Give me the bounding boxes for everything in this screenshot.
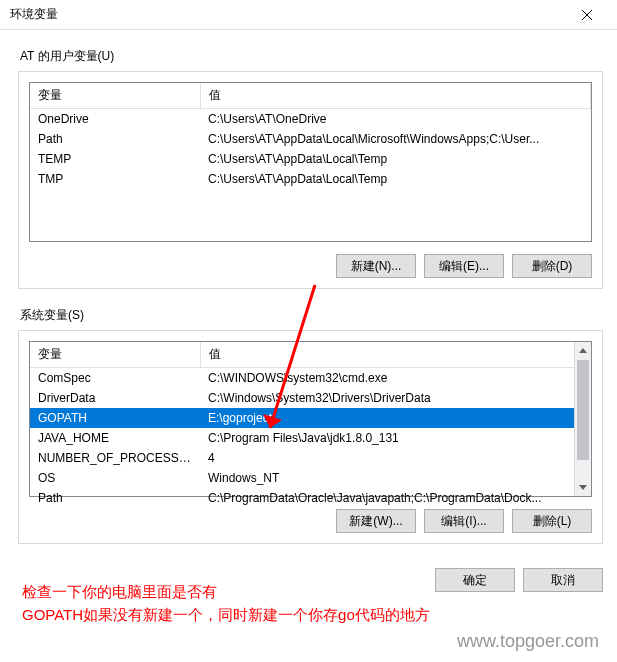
cell-value: 4 (200, 448, 591, 468)
table-row[interactable]: GOPATHE:\goproject (30, 408, 591, 428)
cell-variable: Path (30, 129, 200, 149)
close-button[interactable] (567, 1, 607, 29)
cell-value: Windows_NT (200, 468, 591, 488)
user-edit-button[interactable]: 编辑(E)... (424, 254, 504, 278)
user-header-variable[interactable]: 变量 (30, 83, 200, 109)
table-row[interactable]: NUMBER_OF_PROCESSORS4 (30, 448, 591, 468)
system-new-button[interactable]: 新建(W)... (336, 509, 416, 533)
user-vars-label: AT 的用户变量(U) (20, 48, 603, 65)
dialog-title: 环境变量 (10, 6, 567, 23)
ok-button[interactable]: 确定 (435, 568, 515, 592)
user-button-row: 新建(N)... 编辑(E)... 删除(D) (29, 254, 592, 278)
user-new-button[interactable]: 新建(N)... (336, 254, 416, 278)
cell-variable: OneDrive (30, 109, 200, 130)
cell-value: E:\goproject (200, 408, 591, 428)
sys-header-value[interactable]: 值 (200, 342, 591, 368)
table-row[interactable]: TEMPC:\Users\AT\AppData\Local\Temp (30, 149, 591, 169)
close-icon (582, 10, 592, 20)
system-vars-box: 变量 值 ComSpecC:\WINDOWS\system32\cmd.exeD… (18, 330, 603, 544)
table-row[interactable]: DriverDataC:\Windows\System32\Drivers\Dr… (30, 388, 591, 408)
dialog-button-row: 确定 取消 (0, 554, 617, 604)
cell-value: C:\ProgramData\Oracle\Java\javapath;C:\P… (200, 488, 591, 508)
table-row[interactable]: PathC:\ProgramData\Oracle\Java\javapath;… (30, 488, 591, 508)
cell-variable: DriverData (30, 388, 200, 408)
table-row[interactable]: ComSpecC:\WINDOWS\system32\cmd.exe (30, 368, 591, 389)
cell-value: C:\WINDOWS\system32\cmd.exe (200, 368, 591, 389)
user-delete-button[interactable]: 删除(D) (512, 254, 592, 278)
cell-variable: ComSpec (30, 368, 200, 389)
cell-variable: GOPATH (30, 408, 200, 428)
titlebar: 环境变量 (0, 0, 617, 30)
system-delete-button[interactable]: 删除(L) (512, 509, 592, 533)
cell-value: C:\Program Files\Java\jdk1.8.0_131 (200, 428, 591, 448)
table-row[interactable]: OSWindows_NT (30, 468, 591, 488)
watermark: www.topgoer.com (457, 631, 599, 652)
user-header-value[interactable]: 值 (200, 83, 591, 109)
cell-variable: Path (30, 488, 200, 508)
cancel-button[interactable]: 取消 (523, 568, 603, 592)
cell-value: C:\Users\AT\AppData\Local\Temp (200, 149, 591, 169)
system-button-row: 新建(W)... 编辑(I)... 删除(L) (29, 509, 592, 533)
svg-marker-3 (579, 485, 587, 490)
user-vars-table[interactable]: 变量 值 OneDriveC:\Users\AT\OneDrivePathC:\… (29, 82, 592, 242)
svg-marker-2 (579, 348, 587, 353)
system-vars-label: 系统变量(S) (20, 307, 603, 324)
cell-variable: TMP (30, 169, 200, 236)
scroll-up-icon[interactable] (575, 342, 591, 359)
cell-variable: NUMBER_OF_PROCESSORS (30, 448, 200, 468)
cell-value: C:\Windows\System32\Drivers\DriverData (200, 388, 591, 408)
user-vars-box: 变量 值 OneDriveC:\Users\AT\OneDrivePathC:\… (18, 71, 603, 289)
table-row[interactable]: JAVA_HOMEC:\Program Files\Java\jdk1.8.0_… (30, 428, 591, 448)
annotation-line2: GOPATH如果没有新建一个，同时新建一个你存go代码的地方 (22, 604, 430, 627)
scrollbar-thumb[interactable] (577, 360, 589, 460)
system-edit-button[interactable]: 编辑(I)... (424, 509, 504, 533)
table-row[interactable]: PathC:\Users\AT\AppData\Local\Microsoft\… (30, 129, 591, 149)
table-row[interactable]: OneDriveC:\Users\AT\OneDrive (30, 109, 591, 130)
sys-header-variable[interactable]: 变量 (30, 342, 200, 368)
table-row[interactable]: TMPC:\Users\AT\AppData\Local\Temp (30, 169, 591, 236)
system-vars-table[interactable]: 变量 值 ComSpecC:\WINDOWS\system32\cmd.exeD… (29, 341, 592, 497)
cell-variable: OS (30, 468, 200, 488)
system-scrollbar[interactable] (574, 342, 591, 496)
cell-value: C:\Users\AT\AppData\Local\Microsoft\Wind… (200, 129, 591, 149)
cell-value: C:\Users\AT\AppData\Local\Temp (200, 169, 591, 236)
cell-variable: TEMP (30, 149, 200, 169)
scroll-down-icon[interactable] (575, 479, 591, 496)
cell-variable: JAVA_HOME (30, 428, 200, 448)
cell-value: C:\Users\AT\OneDrive (200, 109, 591, 130)
